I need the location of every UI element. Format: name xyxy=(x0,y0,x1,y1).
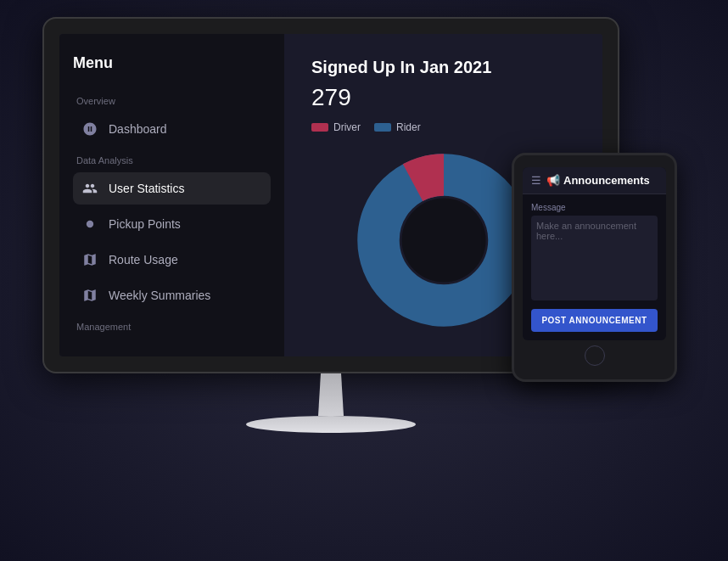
sidebar-route-label: Route Usage xyxy=(109,253,178,266)
tablet-body: Message Make an announcement here... POS… xyxy=(523,194,666,340)
dashboard-icon xyxy=(81,121,98,137)
message-input[interactable]: Make an announcement here... xyxy=(531,216,658,300)
legend-driver: Driver xyxy=(311,121,361,133)
message-label: Message xyxy=(531,203,658,212)
tablet-title: Announcements xyxy=(563,174,650,187)
rider-label: Rider xyxy=(396,121,421,133)
megaphone-icon: 📢 xyxy=(546,174,560,187)
imac-neck xyxy=(305,373,356,416)
sidebar-pickup-label: Pickup Points xyxy=(109,217,181,231)
tablet-screen: ☰ 📢 Announcements Message Make an announ… xyxy=(523,167,666,340)
sidebar-weekly-label: Weekly Summaries xyxy=(109,289,210,302)
circle-icon xyxy=(81,216,98,233)
message-placeholder: Make an announcement here... xyxy=(531,216,658,246)
sidebar-dashboard-label: Dashboard xyxy=(109,122,167,136)
tablet-home-button[interactable] xyxy=(585,345,605,366)
rider-color-swatch xyxy=(374,123,391,132)
main-count: 279 xyxy=(311,84,575,111)
sidebar-item-pickup-points[interactable]: Pickup Points xyxy=(73,208,271,240)
imac-base xyxy=(246,416,416,433)
tablet-bezel: ☰ 📢 Announcements Message Make an announ… xyxy=(512,153,677,382)
driver-color-swatch xyxy=(311,123,328,132)
tablet-header: ☰ 📢 Announcements xyxy=(523,167,666,194)
users-icon xyxy=(81,180,98,197)
tablet-title-area: 📢 Announcements xyxy=(546,174,658,187)
sidebar-user-statistics-label: User Statistics xyxy=(109,182,184,195)
tablet-menu-icon[interactable]: ☰ xyxy=(531,174,541,187)
map-icon xyxy=(81,251,98,268)
sidebar-section-management: Management xyxy=(73,322,271,332)
scene: Menu Overview Dashboard Data Analysis xyxy=(0,0,728,561)
sidebar-item-weekly-summaries[interactable]: Weekly Summaries xyxy=(73,279,271,311)
post-announcement-button[interactable]: POST ANNOUNCEMENT xyxy=(531,309,658,332)
sidebar-item-route-usage[interactable]: Route Usage xyxy=(73,244,271,276)
sidebar-section-data-analysis: Data Analysis xyxy=(73,155,271,165)
legend: Driver Rider xyxy=(311,121,575,133)
svg-point-0 xyxy=(87,221,93,227)
weekly-map-icon xyxy=(81,287,98,304)
sidebar-section-overview: Overview xyxy=(73,96,271,106)
driver-label: Driver xyxy=(333,121,361,133)
sidebar-item-dashboard[interactable]: Dashboard xyxy=(73,113,271,145)
main-title: Signed Up In Jan 2021 xyxy=(311,58,575,77)
legend-rider: Rider xyxy=(374,121,421,133)
svg-point-3 xyxy=(401,199,485,283)
sidebar: Menu Overview Dashboard Data Analysis xyxy=(59,34,284,356)
sidebar-item-user-statistics[interactable]: User Statistics xyxy=(73,172,271,205)
tablet-wrapper: ☰ 📢 Announcements Message Make an announ… xyxy=(512,153,677,382)
donut-chart xyxy=(350,147,537,334)
sidebar-title: Menu xyxy=(73,51,271,76)
